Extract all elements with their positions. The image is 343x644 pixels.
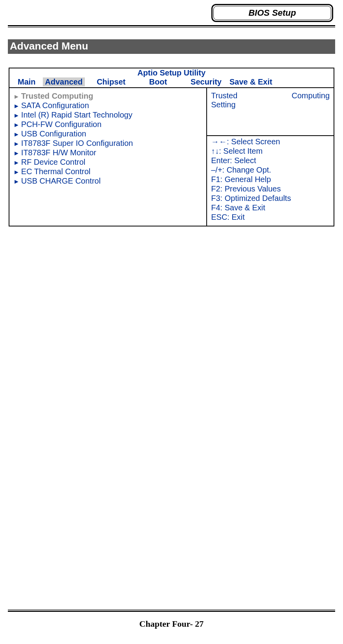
menu-item-intel-rapid-start[interactable]: ► Intel (R) Rapid Start Technology: [13, 110, 202, 120]
triangle-right-icon: ►: [13, 140, 20, 147]
top-divider: [8, 25, 335, 28]
triangle-right-icon: ►: [13, 93, 20, 100]
menu-item-hw-monitor[interactable]: ► IT8783F H/W Monitor: [13, 148, 202, 157]
menu-item-super-io-configuration[interactable]: ► IT8783F Super IO Configuration: [13, 138, 202, 148]
tab-save-exit[interactable]: Save & Exit: [226, 77, 276, 86]
triangle-right-icon: ►: [13, 149, 20, 157]
bios-utility-title: Aptio Setup Utility: [9, 68, 334, 77]
tab-security[interactable]: Security: [179, 77, 226, 86]
menu-item-ec-thermal-control[interactable]: ► EC Thermal Control: [13, 167, 202, 176]
key-hint: ↑↓: Select Item: [211, 146, 330, 156]
key-hint: F4: Save & Exit: [211, 203, 330, 212]
key-hint: F3: Optimized Defaults: [211, 193, 330, 203]
triangle-right-icon: ►: [13, 178, 20, 185]
menu-item-usb-configuration[interactable]: ► USB Configuration: [13, 129, 202, 138]
header-box: BIOS Setup: [211, 4, 333, 22]
menu-item-label: USB CHARGE Control: [21, 176, 101, 186]
key-hint: F2: Previous Values: [211, 184, 330, 193]
tab-main[interactable]: Main: [11, 77, 43, 86]
help-text: Trusted Setting Computing: [207, 88, 334, 135]
menu-item-label: Intel (R) Rapid Start Technology: [21, 110, 132, 120]
help-text-word: Computing: [292, 91, 330, 100]
menu-item-label: Trusted Computing: [21, 91, 93, 101]
triangle-right-icon: ►: [13, 159, 20, 166]
menu-item-label: SATA Configuration: [21, 101, 89, 110]
triangle-right-icon: ►: [13, 102, 20, 110]
menu-item-label: PCH-FW Configuration: [21, 120, 102, 129]
menu-item-label: USB Configuration: [21, 129, 86, 138]
key-hint: Enter: Select: [211, 156, 330, 165]
menu-list: ► Trusted Computing ► SATA Configuration…: [9, 88, 207, 226]
help-text-line: Setting: [211, 100, 235, 109]
footer-text: Chapter Four- 27: [8, 619, 335, 629]
menu-item-sata-configuration[interactable]: ► SATA Configuration: [13, 101, 202, 110]
key-hint: –/+: Change Opt.: [211, 165, 330, 175]
triangle-right-icon: ►: [13, 121, 20, 129]
header-title: BIOS Setup: [213, 6, 331, 20]
bios-table: Aptio Setup Utility Main Advanced Chipse…: [9, 68, 334, 226]
triangle-right-icon: ►: [13, 112, 20, 119]
triangle-right-icon: ►: [13, 168, 20, 176]
menu-item-label: RF Device Control: [21, 157, 85, 167]
key-hint: F1: General Help: [211, 175, 330, 184]
tab-boot[interactable]: Boot: [138, 77, 179, 86]
triangle-right-icon: ►: [13, 131, 20, 138]
key-hint: →←: Select Screen: [211, 137, 330, 146]
section-title: Advanced Menu: [8, 39, 335, 54]
key-hint: ESC: Exit: [211, 212, 330, 222]
footer-divider: [8, 609, 335, 612]
key-hints: →←: Select Screen ↑↓: Select Item Enter:…: [207, 136, 334, 226]
menu-item-label: IT8783F H/W Monitor: [21, 148, 96, 157]
menu-item-pch-fw-configuration[interactable]: ► PCH-FW Configuration: [13, 120, 202, 129]
bios-tabs: Main Advanced Chipset Boot Security Save…: [9, 77, 334, 88]
menu-item-usb-charge-control[interactable]: ► USB CHARGE Control: [13, 176, 202, 186]
menu-item-trusted-computing[interactable]: ► Trusted Computing: [13, 91, 202, 101]
menu-item-rf-device-control[interactable]: ► RF Device Control: [13, 157, 202, 167]
tab-chipset[interactable]: Chipset: [85, 77, 137, 86]
help-text-word: Trusted: [211, 91, 237, 100]
menu-item-label: EC Thermal Control: [21, 167, 90, 176]
tab-advanced[interactable]: Advanced: [43, 77, 85, 86]
menu-item-label: IT8783F Super IO Configuration: [21, 138, 133, 148]
